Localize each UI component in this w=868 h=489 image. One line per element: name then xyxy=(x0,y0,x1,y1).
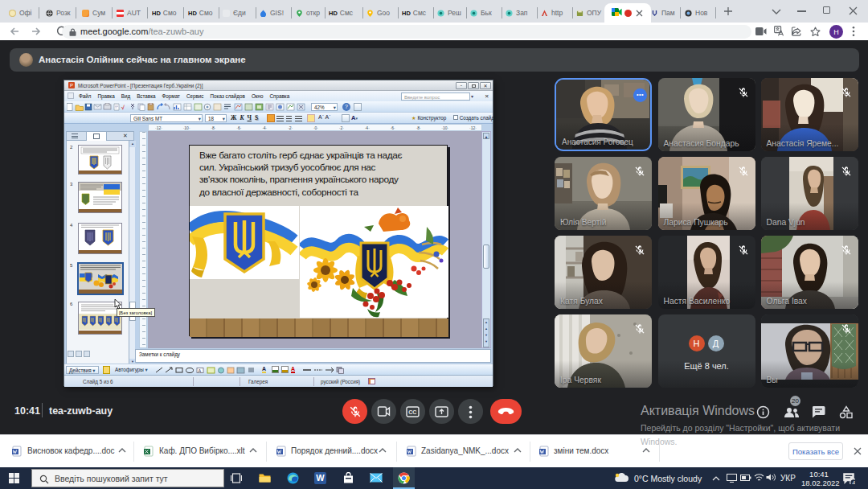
svg-text:CC: CC xyxy=(408,409,416,415)
svg-text:√: √ xyxy=(121,105,125,110)
svg-text:A: A xyxy=(199,368,202,373)
svg-text:4: 4 xyxy=(852,479,855,484)
